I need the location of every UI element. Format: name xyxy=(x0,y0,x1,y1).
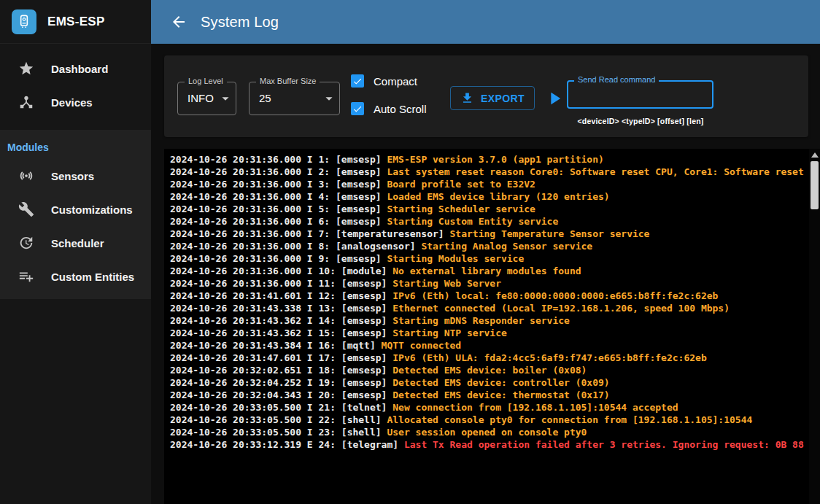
log-line: 2024-10-26 20:31:36.000 I 7: [temperatur… xyxy=(170,228,804,240)
download-icon xyxy=(460,91,474,105)
sidebar-item-dashboard[interactable]: Dashboard xyxy=(0,52,151,85)
log-line: 2024-10-26 20:31:43.338 I 13: [emsesp] E… xyxy=(170,302,804,314)
log-line: 2024-10-26 20:31:36.000 I 1: [emsesp] EM… xyxy=(170,153,804,166)
checkbox-icon xyxy=(351,102,364,115)
log-line: 2024-10-26 20:31:43.362 I 14: [emsesp] S… xyxy=(170,314,804,327)
log-line: 2024-10-26 20:31:41.601 I 12: [emsesp] I… xyxy=(170,290,804,302)
chevron-down-icon xyxy=(217,90,233,106)
sidebar-item-sensors[interactable]: Sensors xyxy=(0,159,151,193)
sidebar-item-customizations[interactable]: Customizations xyxy=(0,193,151,226)
sidebar-item-label: Custom Entities xyxy=(51,271,134,283)
send-command-helper-text: <deviceID> <typeID> [offset] [len] xyxy=(558,117,723,125)
log-line: 2024-10-26 20:33:05.500 I 22: [shell] Al… xyxy=(170,414,804,426)
arrow-left-icon xyxy=(170,13,187,31)
sidebar: EMS-ESP Dashboard Devices Modules Sensor… xyxy=(0,0,151,504)
sidebar-item-custom-entities[interactable]: Custom Entities xyxy=(0,260,151,293)
send-read-command-field: Send Read command xyxy=(567,80,713,109)
log-output: 2024-10-26 20:31:36.000 I 1: [emsesp] EM… xyxy=(164,149,820,504)
chevron-down-icon xyxy=(321,90,337,106)
compact-checkbox[interactable]: Compact xyxy=(351,74,417,88)
log-line: 2024-10-26 20:31:36.000 I 6: [emsesp] St… xyxy=(170,215,804,228)
playlist-add-icon xyxy=(18,268,34,284)
max-buffer-size-select[interactable]: Max Buffer Size 25 xyxy=(249,82,340,115)
log-line: 2024-10-26 20:32:04.252 I 19: [emsesp] D… xyxy=(170,376,804,389)
log-line: 2024-10-26 20:31:36.000 I 4: [emsesp] Lo… xyxy=(170,190,804,203)
log-level-value: INFO xyxy=(187,82,214,115)
brand: EMS-ESP xyxy=(0,0,151,44)
schedule-update-icon xyxy=(18,235,34,251)
log-line: 2024-10-26 20:31:36.000 I 5: [emsesp] St… xyxy=(170,203,804,215)
log-line: 2024-10-26 20:31:36.000 I 11: [emsesp] S… xyxy=(170,277,804,290)
auto-scroll-checkbox-label: Auto Scroll xyxy=(374,103,427,115)
page-title: System Log xyxy=(201,14,279,31)
log-level-select[interactable]: Log Level INFO xyxy=(177,82,236,115)
sensors-icon xyxy=(18,168,34,184)
app-title: EMS-ESP xyxy=(47,15,105,29)
back-button[interactable] xyxy=(164,7,193,36)
compact-checkbox-label: Compact xyxy=(374,75,417,88)
wrench-icon xyxy=(18,201,34,217)
export-button[interactable]: EXPORT xyxy=(450,86,535,110)
sidebar-item-label: Customizations xyxy=(51,203,133,216)
sidebar-item-label: Devices xyxy=(51,96,93,109)
log-scrollbar[interactable] xyxy=(809,149,820,504)
log-line: 2024-10-26 20:32:02.651 I 18: [emsesp] D… xyxy=(170,364,804,376)
sidebar-item-label: Scheduler xyxy=(51,237,104,249)
log-line: 2024-10-26 20:33:05.500 I 21: [telnet] N… xyxy=(170,401,804,414)
auto-scroll-checkbox[interactable]: Auto Scroll xyxy=(351,102,427,115)
checkbox-icon xyxy=(351,74,364,88)
log-line: 2024-10-26 20:31:43.362 I 15: [emsesp] S… xyxy=(170,327,804,339)
sidebar-modules-section: Modules Sensors Customizations Scheduler… xyxy=(0,130,151,299)
export-button-label: EXPORT xyxy=(481,93,525,104)
log-line: 2024-10-26 20:31:36.000 I 2: [emsesp] La… xyxy=(170,166,804,178)
sidebar-item-devices[interactable]: Devices xyxy=(0,85,151,119)
sidebar-item-label: Sensors xyxy=(51,170,94,182)
sidebar-nav: Dashboard Devices xyxy=(0,44,151,130)
send-read-command-input[interactable] xyxy=(568,82,712,107)
sidebar-item-label: Dashboard xyxy=(51,63,108,75)
log-line: 2024-10-26 20:33:12.319 E 24: [telegram]… xyxy=(170,438,804,451)
log-panel: 2024-10-26 20:31:36.000 I 1: [emsesp] EM… xyxy=(164,149,820,504)
emsesp-logo-icon xyxy=(12,9,36,34)
log-line: 2024-10-26 20:31:36.000 I 8: [analogsens… xyxy=(170,240,804,252)
play-icon xyxy=(544,88,565,109)
sidebar-item-scheduler[interactable]: Scheduler xyxy=(0,226,151,260)
appbar: System Log xyxy=(151,0,820,44)
device-hub-icon xyxy=(18,94,34,110)
star-icon xyxy=(18,61,34,77)
scroll-up-arrow-icon[interactable] xyxy=(811,152,819,158)
log-line: 2024-10-26 20:31:47.601 I 17: [emsesp] I… xyxy=(170,352,804,364)
modules-section-header: Modules xyxy=(0,130,151,159)
log-line: 2024-10-26 20:32:04.343 I 20: [emsesp] D… xyxy=(170,389,804,401)
send-command-button[interactable] xyxy=(544,88,565,109)
log-line: 2024-10-26 20:31:36.000 I 9: [emsesp] St… xyxy=(170,252,804,265)
log-line: 2024-10-26 20:31:36.000 I 3: [emsesp] Bo… xyxy=(170,178,804,190)
main-content: Log Level INFO Max Buffer Size 25 Compac… xyxy=(151,44,820,504)
controls-card: Log Level INFO Max Buffer Size 25 Compac… xyxy=(164,55,808,137)
scrollbar-thumb[interactable] xyxy=(811,161,819,209)
max-buffer-size-value: 25 xyxy=(259,82,271,115)
log-line: 2024-10-26 20:31:43.384 I 16: [mqtt] MQT… xyxy=(170,339,804,352)
log-line: 2024-10-26 20:33:05.500 I 23: [shell] Us… xyxy=(170,426,804,438)
log-line: 2024-10-26 20:31:36.000 I 10: [module] N… xyxy=(170,265,804,277)
